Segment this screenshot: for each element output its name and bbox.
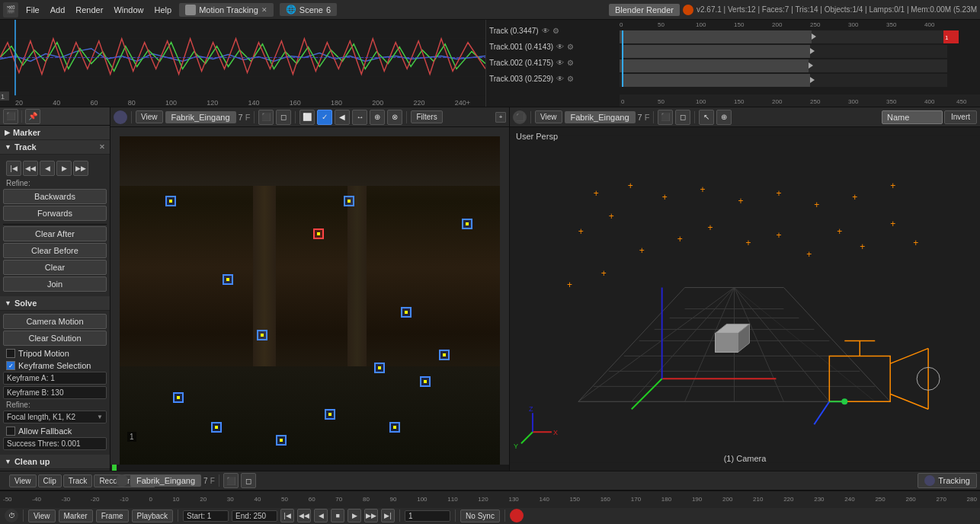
clip-tool-1[interactable]: ⬛ bbox=[223, 473, 239, 488]
tool-icon-1[interactable]: ⬛ bbox=[258, 110, 274, 125]
filters-btn[interactable]: Filters bbox=[411, 110, 442, 123]
menu-window[interactable]: Window bbox=[109, 4, 148, 16]
track-section-header[interactable]: ▼ Track ✕ bbox=[0, 140, 110, 155]
track-section-content: |◀ ◀◀ ◀ ▶ ▶▶ Refine: Backwards Forwards … bbox=[0, 155, 110, 296]
start-frame-field[interactable]: Start: 1 bbox=[183, 510, 229, 522]
track-lock-icon-1[interactable]: ⚙ bbox=[567, 43, 574, 51]
clear-solution-btn[interactable]: Clear Solution bbox=[3, 331, 107, 346]
clip-scene-label[interactable]: Fabrik_Eingang bbox=[130, 474, 201, 487]
3d-select-tool[interactable]: ↖ bbox=[699, 110, 714, 125]
tool-icon-2[interactable]: ◻ bbox=[276, 110, 291, 125]
tl-stop-btn[interactable]: ■ bbox=[331, 509, 344, 522]
view-menu-btn[interactable]: View bbox=[136, 110, 163, 123]
name-field[interactable]: Name bbox=[882, 110, 943, 124]
tl-next-key-btn[interactable]: ▶▶ bbox=[364, 509, 378, 522]
track-arrow: ▼ bbox=[5, 143, 11, 151]
track-visibility-icon-3[interactable]: 👁 bbox=[556, 75, 564, 83]
menu-add[interactable]: Add bbox=[46, 4, 70, 16]
menu-help[interactable]: Help bbox=[150, 4, 177, 16]
tl-prev-frame-btn[interactable]: ◀ bbox=[314, 509, 328, 522]
view-menu-label[interactable]: View bbox=[9, 474, 37, 487]
keyframe-b-field[interactable]: Keyframe B: 130 bbox=[3, 386, 107, 399]
solve-section-header[interactable]: ▼ Solve bbox=[0, 296, 110, 311]
3d-tool-3[interactable]: ⊕ bbox=[716, 110, 732, 125]
no-sync-btn[interactable]: No Sync bbox=[460, 510, 500, 522]
3d-view-menu-btn[interactable]: View bbox=[535, 110, 562, 123]
clear-before-btn[interactable]: Clear Before bbox=[3, 243, 107, 258]
pin-icon[interactable]: 📌 bbox=[25, 109, 40, 124]
forwards-btn[interactable]: Forwards bbox=[3, 206, 107, 221]
clear-after-btn[interactable]: Clear After bbox=[3, 226, 107, 241]
keyframe-a-field[interactable]: Keyframe A: 1 bbox=[3, 372, 107, 385]
3d-viewport-content[interactable]: User Persp bbox=[510, 127, 980, 471]
clip-toolbar-left: View Clip Track Reconstruction bbox=[3, 474, 114, 487]
current-frame-field[interactable]: 1 bbox=[405, 510, 450, 522]
end-frame-field[interactable]: End: 250 bbox=[232, 510, 277, 522]
menu-render[interactable]: Render bbox=[71, 4, 107, 16]
invert-btn[interactable]: Invert bbox=[944, 110, 977, 124]
expand-btn[interactable]: + bbox=[495, 112, 506, 123]
3d-scene-selector[interactable]: Fabrik_Eingang bbox=[565, 111, 636, 123]
record-btn[interactable] bbox=[510, 509, 524, 522]
tool-icon-5[interactable]: ◀ bbox=[335, 110, 350, 125]
top-bar-right: Blender Render v2.67.1 | Verts:12 | Face… bbox=[609, 4, 977, 16]
tool-icon-3[interactable]: ⬜ bbox=[299, 110, 315, 125]
track-visibility-icon-1[interactable]: 👁 bbox=[556, 43, 564, 51]
backwards-btn[interactable]: Backwards bbox=[3, 189, 107, 204]
tl-marker-btn[interactable]: Marker bbox=[59, 510, 93, 522]
track-menu-label[interactable]: Track bbox=[63, 474, 93, 487]
track-item-0[interactable]: Track (0.3447) 👁 ⚙ bbox=[489, 23, 613, 38]
track-collapse-icon[interactable]: ✕ bbox=[99, 143, 105, 151]
clip-menu-label[interactable]: Clip bbox=[38, 474, 62, 487]
track-marker-12 bbox=[325, 409, 335, 420]
track-label-3: Track.003 (0.2529) bbox=[489, 75, 553, 83]
scene-selector[interactable]: Fabrik_Eingang bbox=[165, 111, 236, 123]
tl-jump-end-btn[interactable]: ▶| bbox=[381, 509, 395, 522]
track-item-2[interactable]: Track.002 (0.4175) 👁 ⚙ bbox=[489, 55, 613, 70]
tl-jump-start-btn[interactable]: |◀ bbox=[280, 509, 294, 522]
camera-motion-btn[interactable]: Camera Motion bbox=[3, 314, 107, 329]
scene-selector[interactable]: 🌐 Scene 6 bbox=[280, 3, 337, 16]
viewport-image[interactable]: 1 bbox=[110, 127, 509, 471]
focal-dropdown[interactable]: Focal length, K1, K2 ▼ bbox=[3, 411, 107, 423]
jump-start-btn[interactable]: |◀ bbox=[6, 161, 21, 176]
track-lock-icon-0[interactable]: ⚙ bbox=[552, 27, 559, 35]
keyframe-selection-checkbox[interactable]: ✓ bbox=[6, 361, 15, 370]
success-thres-field[interactable]: Success Thres: 0.001 bbox=[3, 437, 107, 450]
graph-left[interactable]: 1 20406080100 120140160180200 220240+ bbox=[0, 20, 486, 107]
clip-tool-2[interactable]: ◻ bbox=[241, 473, 256, 488]
tl-prev-key-btn[interactable]: ◀◀ bbox=[297, 509, 311, 522]
tool-icon-8[interactable]: ⊗ bbox=[387, 110, 402, 125]
render-engine-selector[interactable]: Blender Render bbox=[609, 4, 680, 16]
allow-fallback-checkbox[interactable] bbox=[6, 427, 15, 436]
next-btn[interactable]: ▶ bbox=[56, 161, 72, 176]
tracking-badge[interactable]: Tracking bbox=[918, 473, 977, 488]
join-btn[interactable]: Join bbox=[3, 276, 107, 292]
clear-btn[interactable]: Clear bbox=[3, 260, 107, 275]
tripod-motion-checkbox[interactable] bbox=[6, 349, 15, 358]
tl-playback-btn[interactable]: Playback bbox=[132, 510, 174, 522]
svg-rect-27 bbox=[622, 74, 810, 87]
track-visibility-icon-2[interactable]: 👁 bbox=[556, 59, 564, 67]
tl-next-frame-btn[interactable]: ▶ bbox=[347, 509, 361, 522]
tool-icon-7[interactable]: ⊕ bbox=[370, 110, 385, 125]
3d-tool-1[interactable]: ⬛ bbox=[658, 110, 673, 125]
tl-frame-btn[interactable]: Frame bbox=[96, 510, 129, 522]
timeline-ruler[interactable]: -50 -40 -30 -20 -10 0 10 20 30 40 50 60 … bbox=[0, 491, 980, 508]
track-visibility-icon-0[interactable]: 👁 bbox=[542, 27, 549, 35]
tl-view-btn[interactable]: View bbox=[28, 510, 56, 522]
prev-btn[interactable]: ◀ bbox=[40, 161, 55, 176]
marker-section-header[interactable]: ▶ Marker bbox=[0, 126, 110, 140]
prev-frame-btn[interactable]: ◀◀ bbox=[23, 161, 38, 176]
3d-tool-2[interactable]: ◻ bbox=[675, 110, 690, 125]
svg-text:+: + bbox=[852, 192, 857, 203]
menu-file[interactable]: File bbox=[21, 4, 44, 16]
track-lock-icon-3[interactable]: ⚙ bbox=[567, 75, 574, 83]
track-item-1[interactable]: Track.001 (0.4143) 👁 ⚙ bbox=[489, 39, 613, 54]
next-frame-btn[interactable]: ▶▶ bbox=[73, 161, 88, 176]
track-lock-icon-2[interactable]: ⚙ bbox=[567, 59, 574, 67]
tool-icon-6[interactable]: ↔ bbox=[352, 110, 367, 125]
track-item-3[interactable]: Track.003 (0.2529) 👁 ⚙ bbox=[489, 71, 613, 86]
cleanup-section-header[interactable]: ▼ Clean up bbox=[0, 455, 110, 469]
tool-icon-4[interactable]: ✓ bbox=[317, 110, 332, 125]
